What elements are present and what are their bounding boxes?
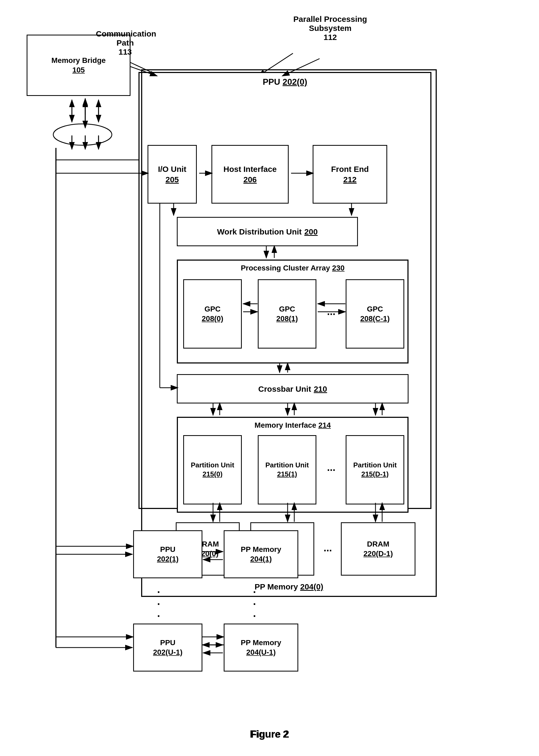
gpc0-box: GPC 208(0) bbox=[183, 279, 242, 349]
gpcN-label: GPC bbox=[367, 304, 383, 314]
ppu0-label: PPU 202(0) bbox=[139, 77, 430, 87]
part1-id: 215(1) bbox=[277, 470, 297, 479]
dramN-box: DRAM 220(D-1) bbox=[341, 522, 416, 576]
crossbar-label: Crossbar Unit bbox=[258, 384, 311, 394]
work-dist-box: Work Distribution Unit 200 bbox=[177, 217, 358, 246]
ppuN-label: PPU bbox=[160, 638, 176, 647]
ppu1-box: PPU 202(1) bbox=[133, 530, 202, 578]
mem-interface-container: Memory Interface 214 Partition Unit 215(… bbox=[177, 417, 409, 513]
front-end-box: Front End 212 bbox=[313, 145, 387, 204]
diagram: Memory Bridge 105 Communication Path 113… bbox=[0, 0, 539, 756]
work-dist-label: Work Distribution Unit bbox=[217, 226, 302, 237]
gpc-dots: ... bbox=[327, 306, 336, 317]
pca-container: Processing Cluster Array 230 GPC 208(0) … bbox=[177, 260, 409, 364]
pp-memory0-label: PP Memory 204(0) bbox=[148, 582, 430, 591]
mem-interface-label: Memory Interface 214 bbox=[178, 421, 408, 430]
ppu0-id: 202(0) bbox=[282, 77, 307, 87]
gpcN-id: 208(C-1) bbox=[360, 314, 390, 323]
partN-box: Partition Unit 215(D-1) bbox=[346, 435, 404, 504]
figure-caption-text: Figure 2 bbox=[0, 728, 539, 740]
part0-box: Partition Unit 215(0) bbox=[183, 435, 242, 504]
host-interface-id: 206 bbox=[243, 174, 257, 185]
partN-label: Partition Unit bbox=[353, 461, 397, 470]
part1-box: Partition Unit 215(1) bbox=[258, 435, 316, 504]
crossbar-box: Crossbar Unit 210 bbox=[177, 374, 409, 403]
mem-interface-id: 214 bbox=[318, 421, 331, 429]
io-unit-label: I/O Unit bbox=[158, 164, 187, 174]
pca-id: 230 bbox=[332, 264, 345, 272]
partN-id: 215(D-1) bbox=[361, 470, 389, 479]
svg-point-47 bbox=[53, 124, 112, 145]
ppm-mid-dots: ··· bbox=[253, 586, 256, 622]
io-unit-box: I/O Unit 205 bbox=[148, 145, 197, 204]
pp-memory1-label: PP Memory bbox=[241, 545, 281, 554]
gpc1-box: GPC 208(1) bbox=[258, 279, 316, 349]
ppuN-id: 202(U-1) bbox=[153, 647, 183, 657]
host-interface-label: Host Interface bbox=[223, 164, 277, 174]
ellipse-svg bbox=[52, 123, 113, 146]
ppu-mid-dots: ··· bbox=[157, 586, 160, 622]
gpc1-id: 208(1) bbox=[276, 314, 298, 323]
pca-label: Processing Cluster Array 230 bbox=[178, 264, 408, 272]
memory-bridge-id: 105 bbox=[72, 65, 85, 75]
dramN-id: 220(D-1) bbox=[363, 549, 393, 558]
ppu0-container: PPU 202(0) I/O Unit 205 Host Interface 2… bbox=[138, 72, 431, 509]
gpc0-id: 208(0) bbox=[202, 314, 223, 323]
gpcN-box: GPC 208(C-1) bbox=[346, 279, 404, 349]
dram-dots: ... bbox=[324, 542, 332, 554]
part0-label: Partition Unit bbox=[191, 461, 234, 470]
io-unit-id: 205 bbox=[165, 174, 179, 185]
pp-memoryN-id: 204(U-1) bbox=[246, 647, 275, 657]
front-end-id: 212 bbox=[343, 174, 356, 185]
part1-label: Partition Unit bbox=[265, 461, 309, 470]
memory-bridge-label: Memory Bridge bbox=[51, 56, 106, 65]
part0-id: 215(0) bbox=[202, 470, 222, 479]
front-end-label: Front End bbox=[331, 164, 369, 174]
gpc1-label: GPC bbox=[279, 304, 295, 314]
pp-memory1-box: PP Memory 204(1) bbox=[224, 530, 298, 578]
host-interface-box: Host Interface 206 bbox=[211, 145, 289, 204]
pp-memory1-id: 204(1) bbox=[250, 554, 272, 564]
comm-path-label: Communication Path 113 bbox=[96, 29, 154, 56]
ppu1-label: PPU bbox=[160, 545, 176, 554]
pp-memoryN-box: PP Memory 204(U-1) bbox=[224, 624, 298, 672]
pp-memoryN-label: PP Memory bbox=[241, 638, 281, 647]
crossbar-id: 210 bbox=[314, 384, 327, 394]
part-dots: ... bbox=[327, 462, 336, 473]
ppuN-box: PPU 202(U-1) bbox=[133, 624, 202, 672]
gpc0-label: GPC bbox=[204, 304, 221, 314]
ppu1-id: 202(1) bbox=[157, 554, 179, 564]
bus-ellipse bbox=[52, 123, 113, 146]
parallel-subsystem-label: Parallel Processing Subsystem 112 bbox=[279, 15, 381, 42]
work-dist-id: 200 bbox=[304, 226, 318, 237]
dramN-label: DRAM bbox=[367, 539, 389, 549]
